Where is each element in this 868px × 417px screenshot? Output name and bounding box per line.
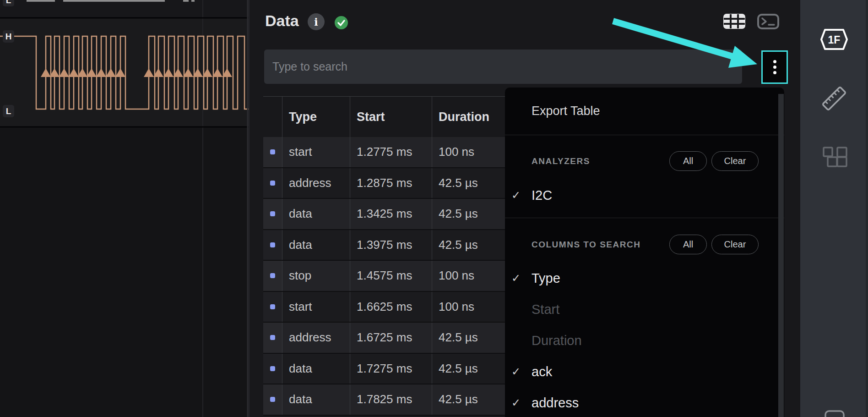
- checkmark-icon: ✓: [505, 189, 532, 202]
- menu-checkbox-item[interactable]: ✓ Type: [505, 263, 778, 294]
- layouts-blocks-icon[interactable]: [824, 148, 846, 166]
- app-window: L H L Data i: [0, 0, 868, 417]
- address-badge-icon[interactable]: 1F: [821, 30, 847, 49]
- measure-ruler-icon[interactable]: [823, 87, 846, 110]
- capture-settings-icon[interactable]: [825, 411, 844, 417]
- analyzers-section-header: ANALYZERS All Clear: [505, 151, 784, 171]
- right-sidebar: 1F: [800, 0, 868, 417]
- menu-item-label: ack: [532, 364, 552, 379]
- menu-item-label: I2C: [532, 188, 552, 203]
- columns-items: ✓ Type Start Duration ✓ ack ✓ address: [505, 263, 778, 417]
- menu-divider: [505, 135, 784, 135]
- menu-item-label: address: [532, 395, 579, 411]
- menu-scrollbar[interactable]: [778, 94, 784, 417]
- analyzers-all-button[interactable]: All: [669, 151, 707, 171]
- checkmark-icon: ✓: [505, 396, 532, 409]
- menu-item-label: Duration: [532, 333, 582, 348]
- menu-divider: [505, 218, 784, 218]
- menu-item-label: Start: [532, 302, 559, 317]
- checkmark-icon: ✓: [505, 272, 532, 285]
- analyzers-section-title: ANALYZERS: [532, 156, 590, 166]
- menu-checkbox-item[interactable]: ✓ address: [505, 387, 778, 417]
- table-options-menu: Export Table ANALYZERS All Clear ✓ I2C C…: [505, 88, 784, 417]
- checkmark-icon: ✓: [505, 365, 532, 378]
- columns-clear-button[interactable]: Clear: [711, 235, 759, 254]
- menu-item-label: Type: [532, 271, 560, 286]
- export-table-menu-item[interactable]: Export Table: [505, 88, 784, 135]
- menu-checkbox-item[interactable]: Start: [505, 294, 778, 325]
- analyzers-items: ✓ I2C: [505, 180, 778, 211]
- menu-checkbox-item[interactable]: ✓ ack: [505, 356, 778, 387]
- analyzers-clear-button[interactable]: Clear: [711, 151, 759, 171]
- columns-section-title: COLUMNS TO SEARCH: [532, 240, 640, 250]
- columns-section-header: COLUMNS TO SEARCH All Clear: [505, 235, 784, 254]
- hex-badge-label: 1F: [828, 34, 841, 46]
- menu-checkbox-item[interactable]: ✓ I2C: [505, 180, 778, 211]
- columns-all-button[interactable]: All: [669, 235, 707, 254]
- menu-checkbox-item[interactable]: Duration: [505, 325, 778, 356]
